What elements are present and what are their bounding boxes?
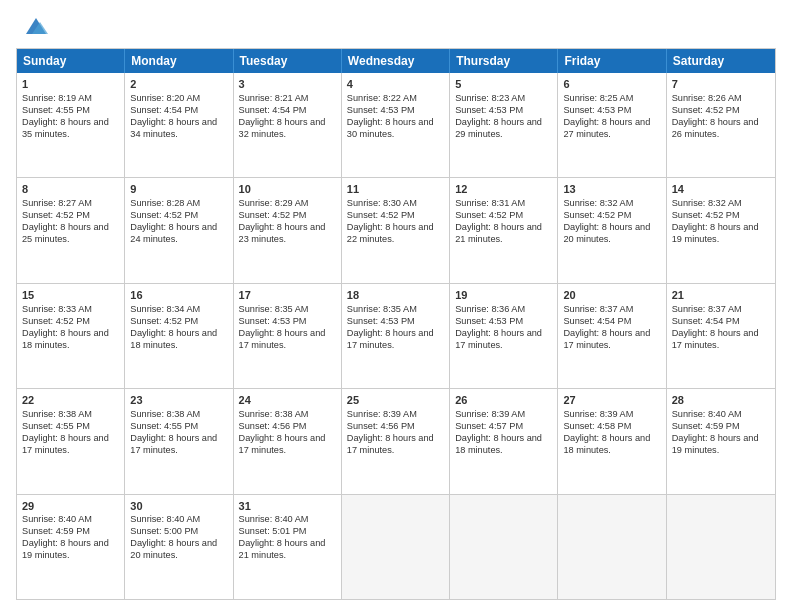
day-info: Sunrise: 8:32 AMSunset: 4:52 PMDaylight:… [672,198,770,246]
day-number: 18 [347,288,444,303]
calendar-cell-13: 13Sunrise: 8:32 AMSunset: 4:52 PMDayligh… [558,178,666,282]
calendar-cell-15: 15Sunrise: 8:33 AMSunset: 4:52 PMDayligh… [17,284,125,388]
day-info: Sunrise: 8:27 AMSunset: 4:52 PMDaylight:… [22,198,119,246]
day-number: 25 [347,393,444,408]
calendar-cell-18: 18Sunrise: 8:35 AMSunset: 4:53 PMDayligh… [342,284,450,388]
day-number: 6 [563,77,660,92]
calendar-cell-25: 25Sunrise: 8:39 AMSunset: 4:56 PMDayligh… [342,389,450,493]
calendar-cell-14: 14Sunrise: 8:32 AMSunset: 4:52 PMDayligh… [667,178,775,282]
day-info: Sunrise: 8:39 AMSunset: 4:58 PMDaylight:… [563,409,660,457]
empty-cell [342,495,450,599]
day-number: 30 [130,499,227,514]
day-info: Sunrise: 8:31 AMSunset: 4:52 PMDaylight:… [455,198,552,246]
weekday-header-friday: Friday [558,49,666,73]
calendar-cell-5: 5Sunrise: 8:23 AMSunset: 4:53 PMDaylight… [450,73,558,177]
calendar-body: 1Sunrise: 8:19 AMSunset: 4:55 PMDaylight… [17,73,775,599]
calendar-row-3: 15Sunrise: 8:33 AMSunset: 4:52 PMDayligh… [17,283,775,388]
day-info: Sunrise: 8:33 AMSunset: 4:52 PMDaylight:… [22,304,119,352]
day-number: 22 [22,393,119,408]
logo-icon [22,12,50,40]
day-number: 20 [563,288,660,303]
calendar-cell-6: 6Sunrise: 8:25 AMSunset: 4:53 PMDaylight… [558,73,666,177]
day-info: Sunrise: 8:20 AMSunset: 4:54 PMDaylight:… [130,93,227,141]
calendar-row-4: 22Sunrise: 8:38 AMSunset: 4:55 PMDayligh… [17,388,775,493]
day-info: Sunrise: 8:38 AMSunset: 4:56 PMDaylight:… [239,409,336,457]
day-number: 23 [130,393,227,408]
day-number: 29 [22,499,119,514]
calendar-cell-20: 20Sunrise: 8:37 AMSunset: 4:54 PMDayligh… [558,284,666,388]
weekday-header-wednesday: Wednesday [342,49,450,73]
calendar-cell-29: 29Sunrise: 8:40 AMSunset: 4:59 PMDayligh… [17,495,125,599]
day-info: Sunrise: 8:35 AMSunset: 4:53 PMDaylight:… [239,304,336,352]
empty-cell [558,495,666,599]
day-number: 10 [239,182,336,197]
header [16,12,776,40]
day-number: 13 [563,182,660,197]
day-info: Sunrise: 8:30 AMSunset: 4:52 PMDaylight:… [347,198,444,246]
day-number: 1 [22,77,119,92]
day-number: 15 [22,288,119,303]
calendar-cell-9: 9Sunrise: 8:28 AMSunset: 4:52 PMDaylight… [125,178,233,282]
day-info: Sunrise: 8:26 AMSunset: 4:52 PMDaylight:… [672,93,770,141]
calendar-cell-2: 2Sunrise: 8:20 AMSunset: 4:54 PMDaylight… [125,73,233,177]
calendar-cell-30: 30Sunrise: 8:40 AMSunset: 5:00 PMDayligh… [125,495,233,599]
day-number: 7 [672,77,770,92]
calendar-cell-19: 19Sunrise: 8:36 AMSunset: 4:53 PMDayligh… [450,284,558,388]
day-number: 16 [130,288,227,303]
calendar-row-5: 29Sunrise: 8:40 AMSunset: 4:59 PMDayligh… [17,494,775,599]
calendar-cell-1: 1Sunrise: 8:19 AMSunset: 4:55 PMDaylight… [17,73,125,177]
weekday-header-saturday: Saturday [667,49,775,73]
day-number: 2 [130,77,227,92]
day-number: 26 [455,393,552,408]
day-info: Sunrise: 8:23 AMSunset: 4:53 PMDaylight:… [455,93,552,141]
day-number: 5 [455,77,552,92]
calendar-header: SundayMondayTuesdayWednesdayThursdayFrid… [17,49,775,73]
day-info: Sunrise: 8:19 AMSunset: 4:55 PMDaylight:… [22,93,119,141]
calendar-cell-31: 31Sunrise: 8:40 AMSunset: 5:01 PMDayligh… [234,495,342,599]
day-number: 4 [347,77,444,92]
calendar-cell-28: 28Sunrise: 8:40 AMSunset: 4:59 PMDayligh… [667,389,775,493]
day-info: Sunrise: 8:39 AMSunset: 4:56 PMDaylight:… [347,409,444,457]
day-number: 17 [239,288,336,303]
calendar-cell-4: 4Sunrise: 8:22 AMSunset: 4:53 PMDaylight… [342,73,450,177]
day-info: Sunrise: 8:39 AMSunset: 4:57 PMDaylight:… [455,409,552,457]
calendar-cell-23: 23Sunrise: 8:38 AMSunset: 4:55 PMDayligh… [125,389,233,493]
day-info: Sunrise: 8:40 AMSunset: 4:59 PMDaylight:… [22,514,119,562]
day-info: Sunrise: 8:37 AMSunset: 4:54 PMDaylight:… [672,304,770,352]
day-info: Sunrise: 8:38 AMSunset: 4:55 PMDaylight:… [22,409,119,457]
day-info: Sunrise: 8:35 AMSunset: 4:53 PMDaylight:… [347,304,444,352]
empty-cell [667,495,775,599]
day-number: 19 [455,288,552,303]
day-info: Sunrise: 8:40 AMSunset: 4:59 PMDaylight:… [672,409,770,457]
day-info: Sunrise: 8:40 AMSunset: 5:00 PMDaylight:… [130,514,227,562]
calendar-cell-21: 21Sunrise: 8:37 AMSunset: 4:54 PMDayligh… [667,284,775,388]
day-number: 31 [239,499,336,514]
weekday-header-monday: Monday [125,49,233,73]
day-info: Sunrise: 8:38 AMSunset: 4:55 PMDaylight:… [130,409,227,457]
calendar-cell-22: 22Sunrise: 8:38 AMSunset: 4:55 PMDayligh… [17,389,125,493]
day-info: Sunrise: 8:36 AMSunset: 4:53 PMDaylight:… [455,304,552,352]
calendar-cell-10: 10Sunrise: 8:29 AMSunset: 4:52 PMDayligh… [234,178,342,282]
calendar-row-2: 8Sunrise: 8:27 AMSunset: 4:52 PMDaylight… [17,177,775,282]
calendar: SundayMondayTuesdayWednesdayThursdayFrid… [16,48,776,600]
calendar-cell-17: 17Sunrise: 8:35 AMSunset: 4:53 PMDayligh… [234,284,342,388]
day-info: Sunrise: 8:34 AMSunset: 4:52 PMDaylight:… [130,304,227,352]
calendar-cell-24: 24Sunrise: 8:38 AMSunset: 4:56 PMDayligh… [234,389,342,493]
day-number: 14 [672,182,770,197]
day-info: Sunrise: 8:32 AMSunset: 4:52 PMDaylight:… [563,198,660,246]
day-info: Sunrise: 8:28 AMSunset: 4:52 PMDaylight:… [130,198,227,246]
calendar-cell-7: 7Sunrise: 8:26 AMSunset: 4:52 PMDaylight… [667,73,775,177]
calendar-cell-26: 26Sunrise: 8:39 AMSunset: 4:57 PMDayligh… [450,389,558,493]
weekday-header-thursday: Thursday [450,49,558,73]
day-info: Sunrise: 8:21 AMSunset: 4:54 PMDaylight:… [239,93,336,141]
day-info: Sunrise: 8:25 AMSunset: 4:53 PMDaylight:… [563,93,660,141]
logo [16,12,50,40]
weekday-header-tuesday: Tuesday [234,49,342,73]
day-number: 28 [672,393,770,408]
calendar-cell-16: 16Sunrise: 8:34 AMSunset: 4:52 PMDayligh… [125,284,233,388]
day-info: Sunrise: 8:22 AMSunset: 4:53 PMDaylight:… [347,93,444,141]
day-number: 27 [563,393,660,408]
day-number: 12 [455,182,552,197]
weekday-header-sunday: Sunday [17,49,125,73]
day-number: 3 [239,77,336,92]
